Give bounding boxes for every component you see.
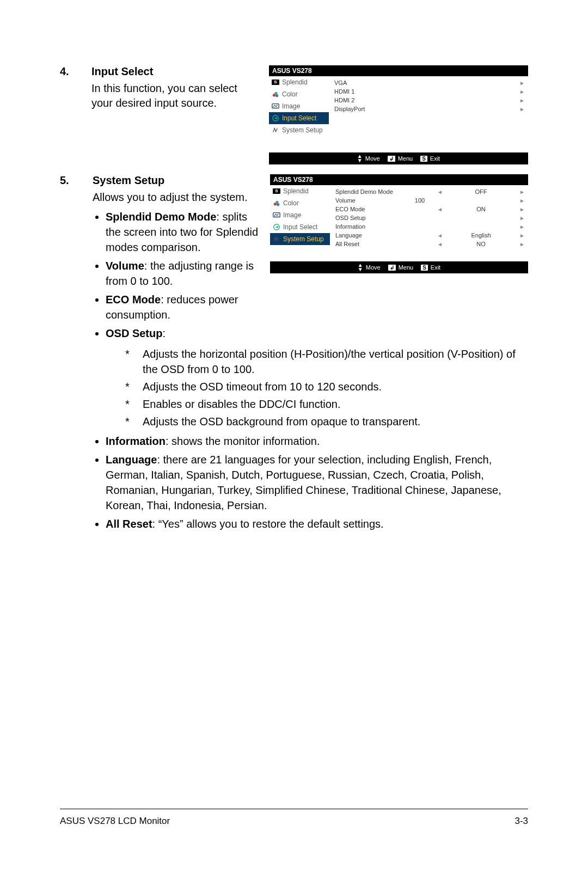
- osd-footer-move: Move: [366, 264, 381, 271]
- osd-side-label: Input Select: [283, 223, 317, 231]
- section-description: In this function, you can select your de…: [91, 81, 259, 111]
- bullet-term: Information: [106, 435, 166, 447]
- sublist-item: *Enables or disables the DDC/CI function…: [115, 396, 528, 412]
- right-arrow-icon: ►: [518, 233, 526, 239]
- bullet-text: : there are 21 languages for your select…: [106, 454, 501, 511]
- bullet-text: :: [162, 327, 166, 339]
- list-item: Volume: the adjusting range is from 0 to…: [106, 258, 260, 289]
- osd-option-label: HDMI 2: [334, 97, 402, 103]
- osd-option-label: DisplayPort: [334, 106, 402, 112]
- list-item: Information: shows the monitor informati…: [106, 433, 528, 449]
- right-arrow-icon: ►: [518, 80, 526, 86]
- osd-footer-exit: Exit: [430, 155, 440, 162]
- osd-option-row: VGA►: [334, 78, 526, 87]
- osd-side-label: Color: [283, 199, 299, 207]
- osd-option-label: Volume: [335, 197, 403, 204]
- osd-options: Splendid Demo Mode◄OFF►Volume100►ECO Mod…: [330, 185, 528, 261]
- osd-side-color: Color: [269, 88, 329, 100]
- section-input-select: 4. Input Select In this function, you ca…: [60, 65, 528, 169]
- list-item: Splendid Demo Mode: splits the screen in…: [106, 209, 260, 255]
- bullet-list-left: Splendid Demo Mode: splits the screen in…: [93, 209, 260, 341]
- image-icon: [272, 102, 279, 110]
- osd-side-label: Image: [282, 102, 300, 110]
- right-arrow-icon: ►: [518, 206, 526, 212]
- input-select-icon: [273, 223, 280, 231]
- osd-side-color: Color: [270, 197, 330, 209]
- right-arrow-icon: ►: [518, 106, 526, 112]
- osd-footer: ▲▼Move ↲Menu SExit: [269, 152, 528, 164]
- osd-side-system-setup: System Setup: [270, 233, 330, 245]
- osd-side-splendid: SSplendid: [269, 76, 329, 88]
- bullet-text: : “Yes” allows you to restore the defaul…: [152, 518, 384, 530]
- system-setup-icon: [273, 235, 280, 243]
- bullet-term: OSD Setup: [106, 327, 162, 339]
- sublist-text: Enables or disables the DDC/CI function.: [143, 396, 528, 412]
- osd-option-row: HDMI 1►: [334, 87, 526, 96]
- menu-badge-icon: ↲: [388, 265, 396, 271]
- osd-side-image: Image: [269, 100, 329, 112]
- osd-option-row: DisplayPort►: [334, 105, 526, 113]
- sublist-text: Adjusts the OSD background from opaque t…: [143, 414, 528, 429]
- bullet-term: All Reset: [106, 518, 152, 530]
- osd-option-label: Information: [335, 223, 403, 230]
- right-arrow-icon: ►: [518, 189, 526, 195]
- osd-side-splendid: SSplendid: [270, 185, 330, 197]
- osd-option-value: NO: [444, 241, 518, 247]
- right-arrow-icon: ►: [518, 89, 526, 95]
- right-arrow-icon: ►: [518, 224, 526, 230]
- sublist-item: *Adjusts the OSD background from opaque …: [115, 414, 528, 429]
- list-item: All Reset: “Yes” allows you to restore t…: [106, 516, 528, 531]
- left-arrow-icon: ◄: [436, 233, 444, 239]
- osd-option-value: English: [444, 232, 518, 239]
- osd-option-label: HDMI 1: [334, 88, 402, 95]
- svg-point-2: [275, 94, 278, 97]
- osd-side-label: Splendid: [282, 78, 308, 86]
- osd-option-label: OSD Setup: [335, 215, 403, 221]
- osd-option-row: ECO Mode◄ON►: [335, 205, 526, 213]
- osd-side-image: Image: [270, 209, 330, 221]
- osd-footer-menu: Menu: [398, 155, 413, 162]
- page-number: 3-3: [514, 816, 528, 827]
- osd-option-row: HDMI 2►: [334, 96, 526, 105]
- section-number: 4.: [60, 65, 82, 78]
- left-arrow-icon: ◄: [436, 189, 444, 195]
- osd-option-row: All Reset◄NO►: [335, 240, 526, 248]
- osd-side-input-select: Input Select: [269, 112, 329, 124]
- osd-option-value: ON: [444, 206, 518, 212]
- splendid-icon: S: [272, 78, 279, 86]
- osd-option-mid: 100: [403, 197, 436, 204]
- svg-point-7: [277, 203, 279, 206]
- osd-input-select: ASUS VS278 SSplendidColorImageInput Sele…: [269, 65, 528, 164]
- right-arrow-icon: ►: [518, 198, 526, 204]
- sublist-item: *Adjusts the OSD timeout from 10 to 120 …: [115, 379, 528, 394]
- list-item: ECO Mode: reduces power consumption.: [106, 292, 260, 322]
- bullet-text: : shows the monitor information.: [166, 435, 320, 447]
- osd-header: ASUS VS278: [270, 174, 528, 185]
- color-icon: [272, 90, 279, 98]
- list-item: Language: there are 21 languages for you…: [106, 452, 528, 513]
- asterisk-marker: *: [115, 346, 143, 362]
- system-setup-icon: [272, 126, 279, 134]
- bullet-term: Language: [106, 454, 157, 466]
- osd-option-label: Splendid Demo Mode: [335, 188, 403, 195]
- osd-sidebar: SSplendidColorImageInput SelectSystem Se…: [269, 76, 329, 152]
- osd-option-label: All Reset: [335, 241, 403, 247]
- page-footer: ASUS VS278 LCD Monitor 3-3: [60, 816, 528, 827]
- osd-side-label: Image: [283, 211, 301, 219]
- osd-footer: ▲▼Move ↲Menu SExit: [270, 261, 528, 273]
- osd-option-label: ECO Mode: [335, 206, 403, 212]
- section-title: System Setup: [93, 174, 260, 187]
- osd-option-row: Language◄English►: [335, 231, 526, 240]
- asterisk-marker: *: [115, 414, 143, 429]
- section-description: Allows you to adjust the system.: [93, 190, 260, 205]
- splendid-icon: S: [273, 187, 280, 195]
- bullet-term: Splendid Demo Mode: [106, 211, 216, 223]
- osd-side-label: Splendid: [283, 187, 309, 195]
- osd-option-row: Volume100►: [335, 196, 526, 205]
- osd-footer-exit: Exit: [431, 264, 440, 271]
- left-arrow-icon: ◄: [436, 206, 444, 212]
- footer-divider: [60, 809, 528, 809]
- sublist-text: Adjusts the horizontal position (H-Posit…: [143, 346, 528, 377]
- image-icon: [273, 211, 280, 219]
- section-system-setup: 5. System Setup Allows you to adjust the…: [60, 174, 528, 535]
